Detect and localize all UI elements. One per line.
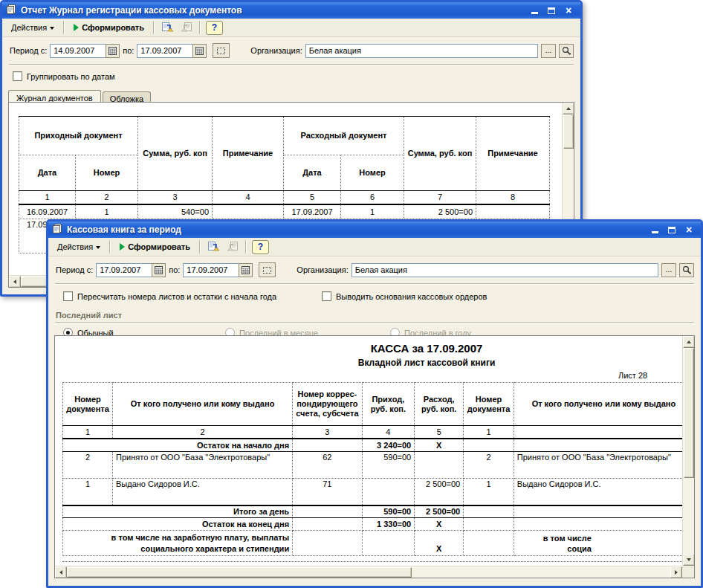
restore-settings-button[interactable]	[224, 239, 242, 255]
restore-settings-icon	[181, 22, 193, 33]
group-by-dates-checkbox[interactable]	[13, 71, 22, 81]
table-cell: в том числе социа	[514, 531, 693, 556]
table-cell: 1 330=00	[362, 518, 415, 531]
scroll-right-button[interactable]	[670, 566, 682, 578]
table-cell: X	[415, 439, 464, 452]
scroll-down-button[interactable]	[683, 554, 695, 566]
vertical-scrollbar[interactable]	[682, 336, 694, 566]
actions-menu-button[interactable]: Действия	[6, 21, 59, 34]
table-cell: Выдано Сидоров И.С.	[514, 479, 693, 505]
period-picker-button[interactable]	[213, 43, 230, 58]
scrollbar-thumb[interactable]	[563, 114, 574, 149]
calendar-icon	[195, 47, 204, 55]
period-to-input[interactable]	[183, 263, 239, 277]
table-cell: Остаток на конец дня	[63, 518, 293, 531]
filter-row: Период с: по: Организация: ...	[48, 256, 701, 283]
titlebar[interactable]: Кассовая книга за период ×	[48, 222, 701, 238]
scroll-left-button[interactable]	[55, 566, 67, 578]
cash-book-table: Номер документа От кого получено или ком…	[62, 382, 694, 556]
report-window-icon	[6, 4, 17, 17]
calendar-button[interactable]	[152, 263, 166, 277]
maximize-button[interactable]	[545, 5, 557, 16]
restore-settings-button[interactable]	[178, 20, 195, 36]
period-to-input[interactable]	[137, 44, 193, 58]
organization-input[interactable]	[305, 44, 538, 58]
save-settings-button[interactable]	[158, 20, 176, 36]
calendar-button[interactable]	[192, 44, 207, 58]
organization-label: Организация:	[297, 265, 348, 274]
help-button[interactable]: ?	[252, 240, 269, 254]
save-settings-button[interactable]	[204, 239, 222, 255]
organization-open-button[interactable]	[559, 44, 574, 58]
table-cell: Дата	[19, 155, 76, 191]
toolbar-separator	[199, 240, 201, 253]
generate-label: Сформировать	[82, 23, 144, 32]
table-cell: 2	[464, 452, 514, 479]
table-cell: Номер документа	[63, 383, 113, 426]
table-cell: Номер	[341, 155, 404, 191]
table-cell: 5	[415, 426, 464, 439]
organization-choose-button[interactable]: ...	[661, 263, 676, 277]
column-numbers-row: 1 2 3 4 5 6 7 8	[19, 191, 550, 204]
actions-menu-button[interactable]: Действия	[52, 240, 106, 253]
table-cell: 62	[293, 452, 362, 479]
calendar-button[interactable]	[106, 44, 120, 58]
options-row: Пересчитать номера листов и остатки с на…	[48, 285, 701, 306]
table-cell	[476, 204, 550, 219]
table-cell	[415, 452, 464, 479]
organization-input[interactable]	[352, 263, 658, 277]
including-salary-row: в том числе на заработную плату, выплаты…	[63, 531, 694, 556]
table-cell: 4	[213, 191, 284, 204]
close-button[interactable]: ×	[683, 224, 695, 235]
minimize-button[interactable]	[528, 5, 540, 16]
scroll-up-button[interactable]	[683, 336, 695, 348]
play-icon	[120, 243, 125, 251]
table-cell: 590=00	[362, 452, 415, 479]
period-to-label: по:	[123, 46, 134, 55]
close-button[interactable]: ×	[563, 5, 574, 16]
period-from-label: Период с:	[56, 265, 93, 274]
generate-button[interactable]: Сформировать	[68, 21, 149, 34]
save-settings-icon	[161, 22, 174, 33]
period-picker-button[interactable]	[259, 262, 276, 277]
period-from-input[interactable]	[50, 44, 106, 58]
table-cell	[293, 505, 362, 518]
organization-open-button[interactable]	[679, 263, 694, 277]
table-cell: 2 500=00	[415, 479, 464, 505]
closing-balance-row: Остаток на конец дня 1 330=00 X	[63, 518, 694, 531]
table-cell: 3	[138, 191, 213, 204]
table-cell: Примечание	[476, 117, 550, 191]
table-cell: От кого получено или кому выдано	[514, 383, 693, 426]
scrollbar-thumb[interactable]	[67, 567, 412, 578]
table-cell: 1	[63, 426, 113, 439]
report-window-icon	[52, 223, 63, 236]
organization-choose-button[interactable]: ...	[541, 44, 556, 58]
scroll-left-button[interactable]	[9, 276, 21, 288]
titlebar[interactable]: Отчет Журнал регистрации кассовых докуме…	[2, 2, 580, 19]
calendar-button[interactable]	[239, 263, 253, 277]
scroll-up-button[interactable]	[563, 103, 574, 114]
table-cell	[514, 505, 693, 518]
filter-row: Период с: по: Организация: ...	[2, 37, 580, 64]
actions-label: Действия	[11, 23, 47, 32]
recalc-sheets-checkbox[interactable]	[63, 291, 73, 301]
including-right-line2: социа	[517, 543, 592, 554]
report-subtitle: Вкладной лист кассовой книги	[55, 358, 695, 368]
table-cell: Сумма, руб. коп	[404, 117, 476, 191]
window-title: Отчет Журнал регистрации кассовых докуме…	[21, 5, 525, 16]
window-controls: ×	[649, 224, 697, 235]
play-icon	[74, 24, 79, 31]
horizontal-scrollbar[interactable]	[55, 566, 682, 578]
generate-button[interactable]: Сформировать	[114, 240, 195, 253]
table-cell	[514, 426, 693, 439]
show-basis-checkbox[interactable]	[322, 291, 331, 301]
period-to-label: по:	[169, 265, 180, 274]
toolbar: Действия Сформировать ?	[48, 238, 701, 256]
scrollbar-thumb[interactable]	[684, 348, 694, 478]
minimize-button[interactable]	[649, 224, 661, 235]
table-cell: 3 240=00	[362, 439, 415, 452]
help-button[interactable]: ?	[206, 21, 223, 35]
period-from-input[interactable]	[96, 263, 152, 277]
maximize-button[interactable]	[666, 224, 678, 235]
toolbar: Действия Сформировать ?	[2, 19, 580, 37]
